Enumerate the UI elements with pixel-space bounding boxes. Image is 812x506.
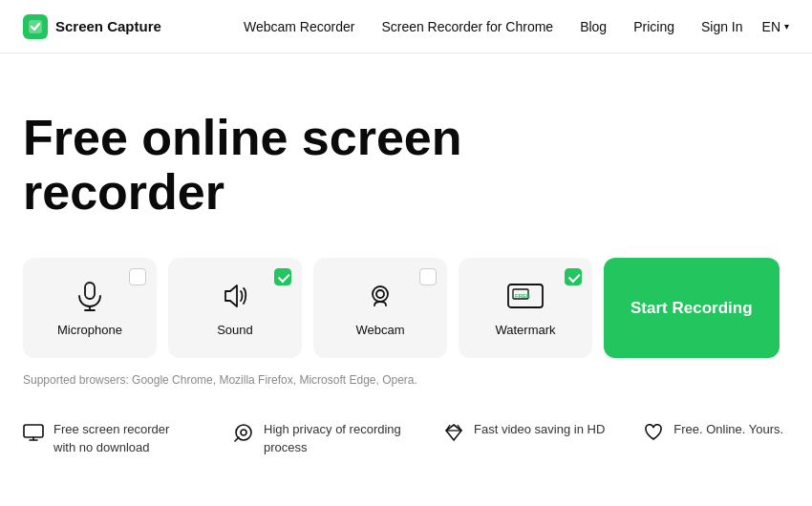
nav-webcam-recorder[interactable]: Webcam Recorder [244,19,354,34]
feature-no-download-text: Free screen recorder with no download [53,421,195,455]
feature-privacy-text: High privacy of recording process [264,421,405,455]
svg-text:FREE: FREE [515,293,530,299]
features-row: Free screen recorder with no download Hi… [23,421,789,455]
privacy-icon [233,422,254,443]
feature-privacy: High privacy of recording process [233,421,405,455]
sound-label: Sound [217,323,253,337]
webcam-icon [363,279,397,313]
logo-icon [23,14,48,39]
svg-point-4 [373,286,388,302]
nav-right: Sign In EN ▾ [701,19,789,34]
signin-link[interactable]: Sign In [701,19,743,34]
svg-line-12 [235,437,239,441]
option-microphone[interactable]: Microphone [23,258,157,358]
microphone-icon [73,279,107,313]
nav-blog[interactable]: Blog [580,19,607,34]
chevron-down-icon: ▾ [784,21,789,32]
svg-rect-1 [85,283,95,299]
supported-browsers-text: Supported browsers: Google Chrome, Mozil… [23,373,789,387]
heart-icon [643,422,664,443]
sound-icon [218,279,252,313]
option-watermark[interactable]: FREE Watermark [459,258,592,358]
feature-no-download: Free screen recorder with no download [23,421,195,455]
feature-free-text: Free. Online. Yours. [673,421,783,438]
diamond-icon [443,422,464,443]
main-content: Free online screen recorder Microphone [0,53,812,495]
logo-link[interactable]: Screen Capture [23,14,161,39]
svg-rect-9 [24,425,43,437]
language-selector[interactable]: EN ▾ [762,19,789,34]
webcam-checkbox[interactable] [419,268,437,285]
microphone-checkbox[interactable] [129,268,146,285]
option-sound[interactable]: Sound [168,258,302,358]
microphone-label: Microphone [57,323,122,337]
svg-point-11 [241,430,246,435]
watermark-label: Watermark [495,323,555,337]
option-webcam[interactable]: Webcam [313,258,447,358]
recorder-options-row: Microphone Sound [23,258,789,358]
navbar: Screen Capture Webcam Recorder Screen Re… [0,0,812,53]
nav-screen-recorder-chrome[interactable]: Screen Recorder for Chrome [381,19,553,34]
start-recording-button[interactable]: Start Recording [604,258,780,358]
hero-title: Free online screen recorder [23,111,615,220]
feature-hd-text: Fast video saving in HD [474,421,605,438]
nav-links: Webcam Recorder Screen Recorder for Chro… [244,18,674,35]
webcam-label: Webcam [355,323,404,337]
sound-checkbox[interactable] [274,268,291,285]
brand-name: Screen Capture [55,18,161,34]
nav-pricing[interactable]: Pricing [633,19,674,34]
monitor-icon [23,422,44,443]
feature-free: Free. Online. Yours. [643,421,783,443]
svg-point-5 [376,290,384,298]
watermark-checkbox[interactable] [565,268,582,285]
feature-hd: Fast video saving in HD [443,421,605,443]
watermark-icon: FREE [504,279,546,313]
